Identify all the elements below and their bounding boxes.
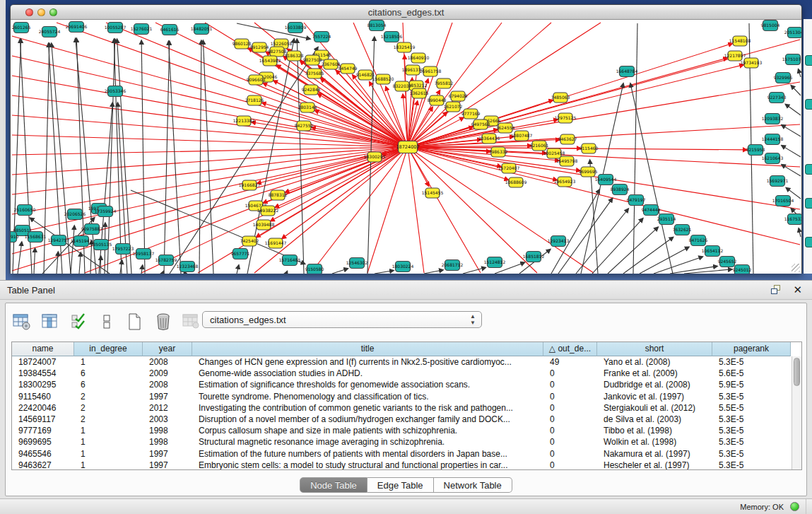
graph-node[interactable]: 16210643: [762, 153, 784, 164]
graph-node[interactable]: 9115460: [579, 144, 599, 153]
table-cell[interactable]: 5.3E-5: [712, 414, 791, 425]
graph-node[interactable]: 2803144: [298, 103, 317, 112]
graph-node[interactable]: 15716485: [279, 255, 301, 266]
row-height-icon[interactable]: [96, 311, 117, 332]
table-cell[interactable]: 9699695: [12, 436, 74, 448]
graph-node[interactable]: 15276021: [131, 24, 153, 35]
table-cell[interactable]: de Silva et al. (2003): [597, 414, 712, 425]
graph-node[interactable]: 9815004: [761, 21, 780, 31]
table-cell[interactable]: 5.3E-5: [712, 425, 791, 436]
graph-node[interactable]: 90975887: [81, 224, 103, 235]
graph-node[interactable]: 25160650: [14, 205, 36, 216]
graph-node[interactable]: 16033809: [285, 23, 307, 33]
graph-node[interactable]: 7557224: [312, 32, 331, 42]
graph-node[interactable]: 8878312: [269, 190, 288, 200]
graph-node[interactable]: 8471626: [689, 235, 708, 246]
tab-node-table[interactable]: Node Table: [300, 477, 367, 493]
table-cell[interactable]: 5.6E-5: [712, 368, 791, 379]
graph-node[interactable]: 18724007: [396, 141, 419, 153]
table-cell[interactable]: 5.3E-5: [712, 460, 791, 470]
graph-node[interactable]: 11691447: [265, 238, 287, 248]
graph-node[interactable]: 8322037: [393, 81, 412, 91]
table-cell[interactable]: 0: [543, 414, 597, 425]
table-cell[interactable]: 2003: [143, 414, 192, 425]
table-cell[interactable]: 9115460: [12, 391, 74, 402]
graph-node[interactable]: 16495798: [556, 156, 578, 166]
table-cell[interactable]: 9777169: [12, 425, 74, 436]
table-cell[interactable]: 0: [543, 425, 597, 436]
table-cell[interactable]: 49: [543, 356, 597, 368]
graph-node[interactable]: 12923413: [548, 236, 570, 247]
table-cell[interactable]: 19384554: [12, 368, 74, 379]
graph-node[interactable]: 10654112: [702, 246, 724, 257]
graph-node[interactable]: 3624554: [496, 123, 515, 133]
column-header-year[interactable]: year: [143, 342, 192, 356]
table-cell[interactable]: 5.5E-5: [712, 402, 791, 414]
table-cell[interactable]: 2009: [143, 368, 192, 379]
table-cell[interactable]: 1: [74, 425, 143, 436]
delete-table-icon[interactable]: [153, 311, 174, 332]
table-row[interactable]: 1938455462009Genome-wide association stu…: [12, 368, 792, 379]
table-cell[interactable]: 1997: [143, 460, 192, 470]
graph-node[interactable]: 3375685: [305, 69, 324, 78]
table-cell[interactable]: 9465546: [12, 448, 74, 460]
graph-node[interactable]: 9777169: [461, 109, 481, 119]
table-row[interactable]: 1872400712008Changes of HCN gene express…: [12, 356, 792, 368]
table-cell[interactable]: Estimation of the future numbers of pati…: [192, 448, 543, 460]
graph-node[interactable]: 16961758: [420, 66, 442, 76]
graph-node[interactable]: 17957223: [112, 244, 134, 255]
table-row[interactable]: 977716911998Corpus callosum shape and si…: [12, 425, 792, 436]
table-cell[interactable]: 0: [543, 448, 597, 460]
graph-node[interactable]: 15692971: [767, 176, 789, 187]
table-cell[interactable]: 0: [543, 402, 597, 414]
table-cell[interactable]: Estimation of significance thresholds fo…: [192, 379, 543, 390]
scrollbar-thumb[interactable]: [794, 358, 800, 386]
graph-node[interactable]: 6461616: [160, 25, 180, 35]
vertical-scrollbar[interactable]: [792, 356, 801, 469]
graph-node[interactable]: 11548108: [729, 36, 751, 46]
graph-node[interactable]: 1362615: [410, 88, 429, 98]
tab-edge-table[interactable]: Edge Table: [367, 477, 434, 493]
column-header-short[interactable]: short: [597, 342, 712, 356]
graph-node[interactable]: 15688520: [372, 74, 394, 84]
table-cell[interactable]: 18300295: [12, 379, 74, 390]
table-cell[interactable]: 1997: [143, 448, 192, 460]
table-cell[interactable]: 1997: [143, 391, 192, 402]
table-cell[interactable]: 6: [74, 368, 143, 379]
column-header-in_degree[interactable]: in_degree: [74, 342, 143, 356]
graph-node[interactable]: 12975125: [555, 113, 577, 123]
graph-node[interactable]: 16409544: [595, 175, 617, 185]
table-cell[interactable]: 0: [543, 379, 597, 390]
node-table[interactable]: namein_degreeyeartitle△ out_de...shortpa…: [11, 341, 802, 470]
graph-node[interactable]: 7425402: [240, 236, 259, 246]
graph-node[interactable]: 20053346: [105, 86, 126, 97]
graph-node[interactable]: 19734193: [741, 58, 763, 68]
table-cell[interactable]: Disruption of a novel member of a sodium…: [192, 414, 543, 425]
table-cell[interactable]: 14569117: [12, 414, 74, 425]
graph-node[interactable]: 9463627: [558, 134, 577, 144]
graph-node[interactable]: 6497568: [471, 119, 490, 129]
table-cell[interactable]: Wolkin et al. (1998): [597, 436, 712, 448]
network-canvas[interactable]: 2601265240557242069140610055287152760216…: [11, 20, 801, 274]
citation-network-graph[interactable]: 2601265240557242069140610055287152760216…: [11, 20, 801, 274]
graph-node[interactable]: 20681712: [442, 260, 464, 271]
graph-node[interactable]: 10958137: [133, 249, 155, 259]
graph-node[interactable]: 9699695: [579, 167, 598, 177]
graph-node[interactable]: 6216061: [530, 141, 549, 151]
graph-node[interactable]: 20691406: [66, 22, 88, 33]
column-header-name[interactable]: name: [12, 342, 74, 356]
table-cell[interactable]: 1: [74, 356, 143, 368]
table-cell[interactable]: Tourette syndrome. Phenomenology and cla…: [192, 391, 543, 402]
table-cell[interactable]: 6: [74, 379, 143, 390]
table-cell[interactable]: Dudbridge et al. (2008): [597, 379, 712, 390]
graph-node[interactable]: 12444158: [762, 134, 784, 145]
tab-network-table[interactable]: Network Table: [434, 477, 512, 493]
table-cell[interactable]: 1: [74, 460, 143, 470]
new-table-icon[interactable]: [124, 311, 146, 332]
table-cell[interactable]: 22420046: [12, 402, 74, 414]
graph-node[interactable]: 9096603: [247, 75, 266, 85]
graph-node[interactable]: 12323468: [177, 262, 199, 272]
table-cell[interactable]: 2008: [143, 379, 192, 390]
graph-node[interactable]: 7485063: [551, 93, 570, 103]
graph-node[interactable]: 1621072: [444, 102, 463, 112]
